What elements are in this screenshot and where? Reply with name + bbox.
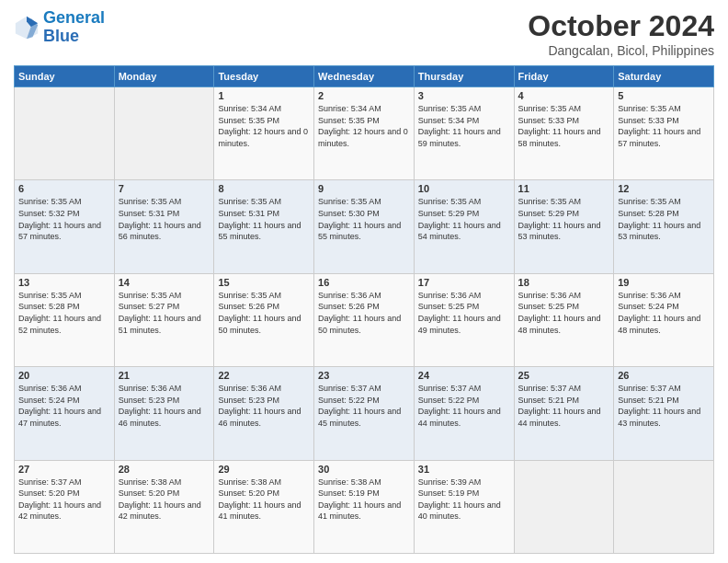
table-row — [514, 460, 614, 553]
daylight-text: Daylight: 11 hours and 54 minutes. — [418, 220, 510, 243]
cell-content: Sunrise: 5:37 AM Sunset: 5:21 PM Dayligh… — [618, 383, 710, 429]
day-number: 6 — [18, 183, 110, 194]
daylight-text: Daylight: 11 hours and 53 minutes. — [618, 220, 710, 243]
sunset-text: Sunset: 5:27 PM — [119, 301, 210, 313]
calendar-week-3: 13 Sunrise: 5:35 AM Sunset: 5:28 PM Dayl… — [15, 273, 714, 366]
cell-content: Sunrise: 5:37 AM Sunset: 5:22 PM Dayligh… — [318, 383, 410, 429]
table-row: 22 Sunrise: 5:36 AM Sunset: 5:23 PM Dayl… — [214, 367, 314, 460]
cell-content: Sunrise: 5:38 AM Sunset: 5:19 PM Dayligh… — [318, 477, 410, 523]
table-row: 12 Sunrise: 5:35 AM Sunset: 5:28 PM Dayl… — [614, 180, 714, 273]
cell-content: Sunrise: 5:35 AM Sunset: 5:27 PM Dayligh… — [119, 290, 210, 336]
sunrise-text: Sunrise: 5:36 AM — [218, 383, 310, 395]
daylight-text: Daylight: 11 hours and 53 minutes. — [518, 220, 610, 243]
day-number: 30 — [318, 464, 410, 475]
cell-content: Sunrise: 5:35 AM Sunset: 5:31 PM Dayligh… — [218, 196, 310, 242]
table-row: 16 Sunrise: 5:36 AM Sunset: 5:26 PM Dayl… — [314, 273, 415, 366]
table-row — [114, 87, 214, 180]
cell-content: Sunrise: 5:37 AM Sunset: 5:21 PM Dayligh… — [518, 383, 610, 429]
daylight-text: Daylight: 11 hours and 41 minutes. — [318, 500, 410, 523]
table-row — [614, 460, 714, 553]
table-row: 27 Sunrise: 5:37 AM Sunset: 5:20 PM Dayl… — [15, 460, 115, 553]
sunrise-text: Sunrise: 5:35 AM — [218, 290, 310, 302]
sunset-text: Sunset: 5:32 PM — [18, 208, 110, 220]
daylight-text: Daylight: 11 hours and 42 minutes. — [18, 500, 110, 523]
sunset-text: Sunset: 5:24 PM — [18, 395, 110, 407]
header: General Blue October 2024 Dangcalan, Bic… — [14, 9, 714, 58]
day-number: 14 — [119, 277, 210, 288]
cell-content: Sunrise: 5:38 AM Sunset: 5:20 PM Dayligh… — [119, 477, 210, 523]
table-row: 15 Sunrise: 5:35 AM Sunset: 5:26 PM Dayl… — [214, 273, 314, 366]
sunrise-text: Sunrise: 5:35 AM — [618, 103, 710, 115]
sunrise-text: Sunrise: 5:35 AM — [618, 196, 710, 208]
table-row: 29 Sunrise: 5:38 AM Sunset: 5:20 PM Dayl… — [214, 460, 314, 553]
day-number: 18 — [518, 277, 610, 288]
table-row: 10 Sunrise: 5:35 AM Sunset: 5:29 PM Dayl… — [414, 180, 514, 273]
calendar-week-2: 6 Sunrise: 5:35 AM Sunset: 5:32 PM Dayli… — [15, 180, 714, 273]
sunrise-text: Sunrise: 5:36 AM — [418, 290, 510, 302]
col-sunday: Sunday — [15, 66, 115, 87]
daylight-text: Daylight: 12 hours and 0 minutes. — [218, 126, 310, 149]
sunset-text: Sunset: 5:30 PM — [318, 208, 410, 220]
sunset-text: Sunset: 5:35 PM — [218, 115, 310, 127]
logo-line2: Blue — [43, 27, 79, 45]
daylight-text: Daylight: 11 hours and 46 minutes. — [218, 406, 310, 429]
cell-content: Sunrise: 5:36 AM Sunset: 5:26 PM Dayligh… — [318, 290, 410, 336]
day-number: 2 — [318, 90, 410, 101]
day-number: 5 — [618, 90, 710, 101]
daylight-text: Daylight: 11 hours and 47 minutes. — [18, 406, 110, 429]
calendar-week-5: 27 Sunrise: 5:37 AM Sunset: 5:20 PM Dayl… — [15, 460, 714, 553]
logo: General Blue — [14, 9, 105, 46]
table-row: 28 Sunrise: 5:38 AM Sunset: 5:20 PM Dayl… — [114, 460, 214, 553]
day-number: 16 — [318, 277, 410, 288]
day-number: 8 — [218, 183, 310, 194]
table-row: 13 Sunrise: 5:35 AM Sunset: 5:28 PM Dayl… — [15, 273, 115, 366]
sunset-text: Sunset: 5:23 PM — [218, 395, 310, 407]
table-row: 18 Sunrise: 5:36 AM Sunset: 5:25 PM Dayl… — [514, 273, 614, 366]
day-number: 27 — [18, 464, 110, 475]
sunset-text: Sunset: 5:23 PM — [119, 395, 210, 407]
sunset-text: Sunset: 5:26 PM — [318, 301, 410, 313]
day-number: 20 — [18, 370, 110, 381]
cell-content: Sunrise: 5:35 AM Sunset: 5:34 PM Dayligh… — [418, 103, 510, 149]
table-row: 25 Sunrise: 5:37 AM Sunset: 5:21 PM Dayl… — [514, 367, 614, 460]
logo-text: General Blue — [43, 9, 105, 46]
sunset-text: Sunset: 5:29 PM — [418, 208, 510, 220]
sunrise-text: Sunrise: 5:36 AM — [518, 290, 610, 302]
sunset-text: Sunset: 5:19 PM — [318, 488, 410, 500]
location-subtitle: Dangcalan, Bicol, Philippines — [528, 43, 714, 58]
sunrise-text: Sunrise: 5:37 AM — [318, 383, 410, 395]
daylight-text: Daylight: 11 hours and 41 minutes. — [218, 500, 310, 523]
cell-content: Sunrise: 5:35 AM Sunset: 5:28 PM Dayligh… — [18, 290, 110, 336]
cell-content: Sunrise: 5:36 AM Sunset: 5:24 PM Dayligh… — [618, 290, 710, 336]
sunrise-text: Sunrise: 5:36 AM — [318, 290, 410, 302]
daylight-text: Daylight: 11 hours and 50 minutes. — [218, 313, 310, 336]
sunset-text: Sunset: 5:25 PM — [418, 301, 510, 313]
daylight-text: Daylight: 11 hours and 55 minutes. — [318, 220, 410, 243]
sunset-text: Sunset: 5:20 PM — [218, 488, 310, 500]
cell-content: Sunrise: 5:34 AM Sunset: 5:35 PM Dayligh… — [318, 103, 410, 149]
day-number: 26 — [618, 370, 710, 381]
table-row: 3 Sunrise: 5:35 AM Sunset: 5:34 PM Dayli… — [414, 87, 514, 180]
day-number: 17 — [418, 277, 510, 288]
cell-content: Sunrise: 5:36 AM Sunset: 5:24 PM Dayligh… — [18, 383, 110, 429]
calendar-header-row: Sunday Monday Tuesday Wednesday Thursday… — [15, 66, 714, 87]
day-number: 9 — [318, 183, 410, 194]
table-row: 23 Sunrise: 5:37 AM Sunset: 5:22 PM Dayl… — [314, 367, 415, 460]
cell-content: Sunrise: 5:34 AM Sunset: 5:35 PM Dayligh… — [218, 103, 310, 149]
sunset-text: Sunset: 5:22 PM — [318, 395, 410, 407]
sunset-text: Sunset: 5:31 PM — [119, 208, 210, 220]
sunrise-text: Sunrise: 5:38 AM — [119, 477, 210, 488]
cell-content: Sunrise: 5:35 AM Sunset: 5:29 PM Dayligh… — [518, 196, 610, 242]
daylight-text: Daylight: 11 hours and 50 minutes. — [318, 313, 410, 336]
sunrise-text: Sunrise: 5:35 AM — [218, 196, 310, 208]
cell-content: Sunrise: 5:35 AM Sunset: 5:33 PM Dayligh… — [618, 103, 710, 149]
sunset-text: Sunset: 5:25 PM — [518, 301, 610, 313]
daylight-text: Daylight: 11 hours and 44 minutes. — [518, 406, 610, 429]
sunrise-text: Sunrise: 5:37 AM — [18, 477, 110, 488]
sunrise-text: Sunrise: 5:34 AM — [318, 103, 410, 115]
sunrise-text: Sunrise: 5:35 AM — [318, 196, 410, 208]
sunset-text: Sunset: 5:21 PM — [618, 395, 710, 407]
sunset-text: Sunset: 5:35 PM — [318, 115, 410, 127]
table-row: 19 Sunrise: 5:36 AM Sunset: 5:24 PM Dayl… — [614, 273, 714, 366]
daylight-text: Daylight: 11 hours and 46 minutes. — [119, 406, 210, 429]
